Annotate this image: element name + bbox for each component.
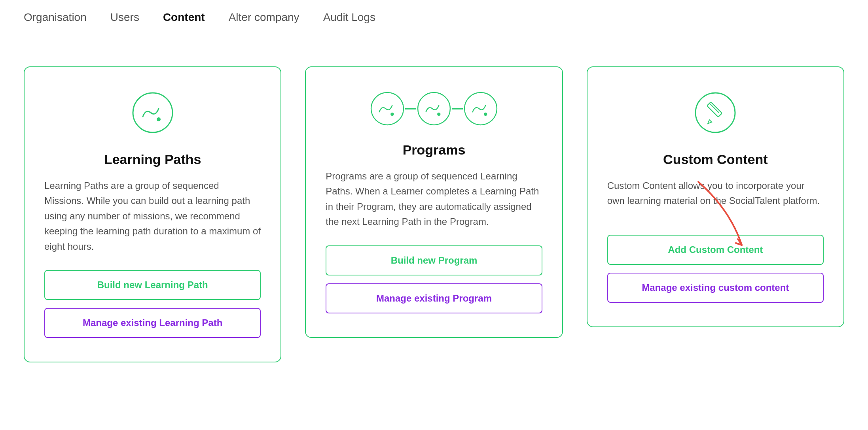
- programs-icon: [370, 91, 498, 126]
- programs-buttons: Build new Program Manage existing Progra…: [326, 245, 542, 313]
- svg-point-5: [437, 113, 440, 116]
- nav-item-alter-company[interactable]: Alter company: [229, 11, 299, 24]
- manage-custom-content-button[interactable]: Manage existing custom content: [607, 273, 824, 303]
- programs-title: Programs: [403, 142, 466, 158]
- arrow-annotation: [690, 178, 762, 258]
- svg-point-1: [157, 117, 161, 121]
- build-learning-path-button[interactable]: Build new Learning Path: [44, 270, 261, 300]
- learning-path-icon: [131, 91, 174, 136]
- programs-description: Programs are a group of sequenced Learni…: [326, 169, 542, 230]
- svg-point-8: [696, 93, 735, 132]
- nav-item-organisation[interactable]: Organisation: [24, 11, 87, 24]
- nav-item-audit-logs[interactable]: Audit Logs: [323, 11, 375, 24]
- manage-program-button[interactable]: Manage existing Program: [326, 283, 542, 313]
- learning-paths-description: Learning Paths are a group of sequenced …: [44, 178, 261, 254]
- svg-point-0: [133, 93, 172, 132]
- main-content: Learning Paths Learning Paths are a grou…: [0, 35, 868, 394]
- svg-point-6: [464, 92, 497, 125]
- main-nav: Organisation Users Content Alter company…: [0, 0, 868, 35]
- svg-point-3: [390, 113, 394, 116]
- svg-point-2: [371, 92, 404, 125]
- svg-point-7: [484, 113, 487, 116]
- learning-paths-title: Learning Paths: [104, 152, 201, 167]
- custom-content-icon: [694, 91, 737, 136]
- custom-content-card: Custom Content Custom Content allows you…: [587, 66, 844, 327]
- manage-learning-path-button[interactable]: Manage existing Learning Path: [44, 308, 261, 338]
- learning-paths-card: Learning Paths Learning Paths are a grou…: [24, 66, 281, 362]
- build-program-button[interactable]: Build new Program: [326, 245, 542, 275]
- learning-paths-buttons: Build new Learning Path Manage existing …: [44, 270, 261, 338]
- programs-card: Programs Programs are a group of sequenc…: [305, 66, 563, 338]
- svg-point-4: [418, 92, 450, 125]
- nav-item-users[interactable]: Users: [110, 11, 139, 24]
- nav-item-content[interactable]: Content: [163, 11, 205, 24]
- svg-rect-9: [707, 102, 722, 117]
- custom-content-title: Custom Content: [663, 152, 768, 167]
